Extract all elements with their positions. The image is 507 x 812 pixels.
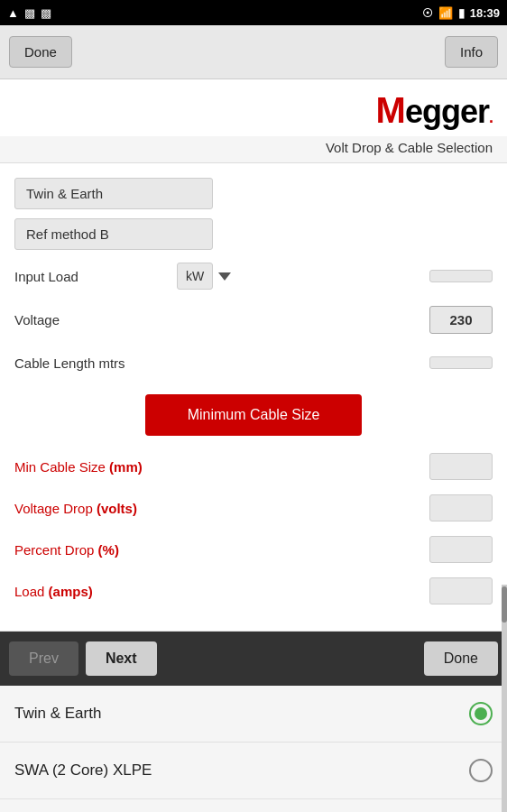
cable-type-list: Twin & Earth SWA (2 Core) XLPE SWA (3 Co… bbox=[0, 686, 507, 812]
sim-icon: ▲ bbox=[7, 6, 19, 20]
cable-type-selector[interactable]: Twin & Earth bbox=[14, 178, 213, 209]
cable-length-row: Cable Length mtrs bbox=[14, 346, 493, 380]
status-left-icons: ▲ ▩ ▩ bbox=[7, 6, 51, 20]
cable-type-selector-row: Twin & Earth bbox=[14, 178, 493, 209]
ref-method-selector[interactable]: Ref method B bbox=[14, 218, 213, 250]
battery-icon: ▮ bbox=[458, 6, 465, 20]
logo-area: Megger. bbox=[0, 79, 507, 136]
list-item-label: SWA (2 Core) XLPE bbox=[14, 761, 469, 780]
radio-inner-selected bbox=[475, 707, 487, 720]
load-result-label: Load (amps) bbox=[14, 584, 429, 599]
voltage-drop-result-value bbox=[429, 494, 493, 521]
page-subtitle: Volt Drop & Cable Selection bbox=[0, 136, 507, 163]
list-item-twin-earth[interactable]: Twin & Earth bbox=[0, 686, 507, 743]
min-cable-size-result-row: Min Cable Size (mm) bbox=[14, 450, 493, 483]
scrollbar-thumb[interactable] bbox=[502, 586, 507, 623]
status-bar: ▲ ▩ ▩ ☉ 📶 ▮ 18:39 bbox=[0, 0, 507, 25]
input-load-unit: kW bbox=[177, 263, 213, 290]
list-item-swa-2core[interactable]: SWA (2 Core) XLPE bbox=[0, 743, 507, 799]
radio-swa-2core[interactable] bbox=[469, 759, 493, 782]
list-item-label: Twin & Earth bbox=[14, 705, 469, 723]
cable-length-label: Cable Length mtrs bbox=[14, 355, 177, 371]
input-load-dropdown-icon[interactable] bbox=[218, 272, 231, 281]
percent-drop-result-label: Percent Drop (%) bbox=[14, 542, 429, 558]
next-button[interactable]: Next bbox=[86, 641, 157, 676]
load-result-row: Load (amps) bbox=[14, 575, 493, 607]
message-icon: ▩ bbox=[41, 6, 51, 20]
done-button-top[interactable]: Done bbox=[9, 36, 72, 68]
status-right-icons: ☉ 📶 ▮ 18:39 bbox=[422, 6, 500, 20]
logo: Megger. bbox=[376, 93, 493, 130]
voltage-drop-result-label: Voltage Drop (volts) bbox=[14, 501, 429, 516]
ref-method-selector-row: Ref method B bbox=[14, 218, 493, 250]
prev-button[interactable]: Prev bbox=[9, 641, 78, 676]
input-load-unit-wrap: kW bbox=[177, 263, 231, 290]
main-content: Twin & Earth Ref method B Input Load kW … bbox=[0, 163, 507, 632]
wifi-icon: 📶 bbox=[438, 6, 453, 20]
time-display: 18:39 bbox=[470, 6, 500, 20]
cable-length-value[interactable] bbox=[429, 356, 493, 369]
input-load-value[interactable] bbox=[429, 270, 493, 282]
load-result-value bbox=[429, 577, 493, 604]
radio-twin-earth[interactable] bbox=[469, 702, 493, 725]
info-button[interactable]: Info bbox=[445, 36, 498, 68]
image-icon: ▩ bbox=[24, 6, 35, 20]
bottom-nav: Prev Next Done bbox=[0, 632, 507, 686]
done-button-bottom[interactable]: Done bbox=[424, 641, 498, 676]
min-cable-size-result-value bbox=[429, 453, 493, 480]
percent-drop-result-row: Percent Drop (%) bbox=[14, 533, 493, 566]
scrollbar[interactable] bbox=[502, 585, 507, 812]
min-cable-size-result-label: Min Cable Size (mm) bbox=[14, 459, 429, 475]
voltage-value[interactable]: 230 bbox=[429, 306, 493, 334]
input-load-label: Input Load bbox=[14, 269, 177, 284]
list-item-swa-3core[interactable]: SWA (3 Core) XLPE bbox=[0, 799, 507, 812]
min-cable-size-button[interactable]: Minimum Cable Size bbox=[145, 394, 362, 436]
voltage-label: Voltage bbox=[14, 312, 177, 328]
eye-icon: ☉ bbox=[422, 6, 433, 20]
toolbar: Done Info bbox=[0, 25, 507, 79]
percent-drop-result-value bbox=[429, 536, 493, 563]
input-load-row: Input Load kW bbox=[14, 259, 493, 293]
voltage-row: Voltage 230 bbox=[14, 302, 493, 337]
voltage-drop-result-row: Voltage Drop (volts) bbox=[14, 492, 493, 524]
